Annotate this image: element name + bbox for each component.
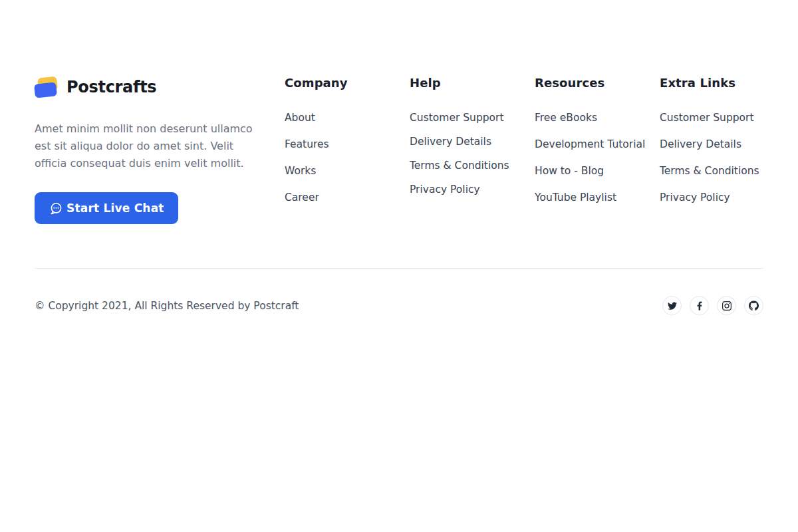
facebook-icon: [697, 301, 702, 311]
link-about[interactable]: About: [285, 112, 315, 124]
link-features[interactable]: Features: [285, 138, 329, 150]
footer-column-company: Company About Features Works Career: [285, 76, 410, 217]
footer-column-help: Help Customer Support Delivery Details T…: [410, 76, 535, 207]
link-terms-conditions[interactable]: Terms & Conditions: [410, 160, 509, 172]
footer-top-section: Postcrafts Amet minim mollit non deserun…: [35, 76, 763, 224]
chat-bubble-icon: [49, 201, 64, 216]
link-privacy-policy-2[interactable]: Privacy Policy: [660, 192, 730, 203]
link-career[interactable]: Career: [285, 192, 319, 203]
column-title-extra-links: Extra Links: [660, 76, 785, 90]
link-customer-support-2[interactable]: Customer Support: [660, 112, 754, 124]
logo-icon: [35, 76, 59, 98]
link-delivery-details[interactable]: Delivery Details: [410, 136, 491, 148]
link-customer-support[interactable]: Customer Support: [410, 112, 504, 124]
logo-blue-card: [34, 82, 57, 98]
link-development-tutorial[interactable]: Development Tutorial: [535, 138, 645, 150]
social-links: [662, 296, 763, 315]
footer-column-extra-links: Extra Links Customer Support Delivery De…: [660, 76, 785, 217]
github-icon: [749, 301, 759, 311]
logo-text: Postcrafts: [66, 78, 156, 96]
link-terms-conditions-2[interactable]: Terms & Conditions: [660, 165, 759, 177]
footer-column-resources: Resources Free eBooks Development Tutori…: [535, 76, 660, 217]
facebook-link[interactable]: [690, 296, 709, 315]
link-works[interactable]: Works: [285, 165, 316, 177]
start-live-chat-label: Start Live Chat: [66, 201, 164, 215]
link-delivery-details-2[interactable]: Delivery Details: [660, 138, 741, 150]
github-link[interactable]: [744, 296, 763, 315]
column-title-resources: Resources: [535, 76, 660, 90]
link-youtube-playlist[interactable]: YouTube Playlist: [535, 192, 616, 203]
instagram-icon: [722, 301, 732, 311]
link-free-ebooks[interactable]: Free eBooks: [535, 112, 597, 124]
start-live-chat-button[interactable]: Start Live Chat: [35, 192, 178, 224]
column-links-help: Customer Support Delivery Details Terms …: [410, 111, 535, 195]
link-how-to-blog[interactable]: How to - Blog: [535, 165, 604, 177]
brand-tagline: Amet minim mollit non deserunt ullamco e…: [35, 120, 258, 172]
column-links-resources: Free eBooks Development Tutorial How to …: [535, 111, 660, 203]
link-privacy-policy[interactable]: Privacy Policy: [410, 184, 480, 196]
column-links-extra: Customer Support Delivery Details Terms …: [660, 111, 785, 203]
column-links-company: About Features Works Career: [285, 111, 410, 203]
copyright-text: © Copyright 2021, All Rights Reserved by…: [35, 300, 299, 312]
footer-divider: [35, 268, 763, 269]
brand-column: Postcrafts Amet minim mollit non deserun…: [35, 76, 261, 224]
column-title-company: Company: [285, 76, 410, 90]
twitter-icon: [668, 301, 677, 311]
footer-bottom-bar: © Copyright 2021, All Rights Reserved by…: [35, 296, 763, 315]
twitter-link[interactable]: [662, 296, 682, 315]
instagram-link[interactable]: [717, 296, 736, 315]
footer: Postcrafts Amet minim mollit non deserun…: [35, 0, 763, 315]
logo[interactable]: Postcrafts: [35, 76, 261, 98]
column-title-help: Help: [410, 76, 535, 90]
